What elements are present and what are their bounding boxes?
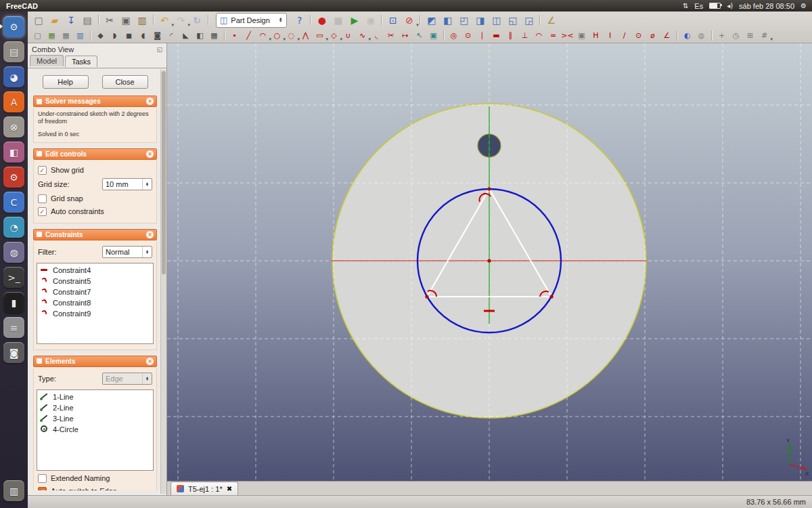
map-sketch-button[interactable]: ▥ — [73, 29, 87, 42]
launcher-trash[interactable]: ▥ — [3, 480, 24, 501]
auto-switch-checkbox[interactable]: Auto-switch to Edge — [38, 486, 152, 490]
view-left-button[interactable]: ◲ — [521, 13, 537, 28]
external-geometry-button[interactable]: ↖ — [412, 29, 426, 42]
element-list-item[interactable]: 3-Line — [39, 413, 152, 424]
view-rear-button[interactable]: ◫ — [489, 13, 505, 28]
launcher-settings-gear[interactable]: ⚙ — [3, 167, 24, 188]
origin-point[interactable] — [487, 259, 491, 262]
elements-header[interactable]: Elements — [33, 356, 157, 367]
tab-tasks[interactable]: Tasks — [65, 56, 97, 67]
create-sketch-button[interactable]: ▦ — [45, 29, 59, 42]
type-combobox[interactable]: Edge ▴▾ — [102, 373, 152, 385]
pocket-button[interactable]: ◼ — [122, 29, 136, 42]
language-indicator[interactable]: Es — [694, 2, 703, 10]
sketch-canvas[interactable]: Y X — [167, 43, 812, 481]
measure-button[interactable]: ∠ — [543, 13, 560, 28]
filter-combobox[interactable]: Normal ▴▾ — [102, 246, 152, 258]
constraint-perpendicular-button[interactable]: ⊥ — [518, 29, 532, 42]
constraint-symmetric-button[interactable]: >< — [560, 29, 574, 42]
sketch-extend-button[interactable]: ↦ — [398, 29, 412, 42]
fillet-button[interactable]: ◜ — [164, 29, 179, 42]
section-close-icon[interactable] — [146, 231, 154, 238]
scrollbar-thumb[interactable] — [162, 71, 166, 274]
draw-style-button[interactable]: ⊘ — [401, 13, 418, 28]
part-body-button[interactable]: ▢ — [30, 29, 45, 42]
clock[interactable]: sáb feb 28 08:50 — [739, 2, 794, 10]
constraint-lock-button[interactable]: ▣ — [574, 29, 589, 42]
combobox-arrows[interactable]: ▴▾ — [142, 247, 152, 257]
macro-debug-button[interactable]: ◉ — [363, 13, 379, 28]
macro-stop-button[interactable]: ■ — [330, 13, 346, 28]
triangle-left-point[interactable] — [425, 295, 428, 298]
mirrored-button[interactable]: ◧ — [193, 29, 207, 42]
session-gear-icon[interactable]: ⚙ — [800, 3, 807, 9]
new-file-button[interactable]: ▢ — [30, 13, 47, 28]
document-tab[interactable]: T5-ej1 : 1* ✖ — [171, 482, 238, 495]
launcher-office[interactable]: ◧ — [3, 142, 24, 163]
revolution-button[interactable]: ◗ — [108, 29, 122, 42]
section-close-icon[interactable] — [146, 358, 154, 365]
spinbox-arrows[interactable]: ▴▾ — [142, 179, 152, 190]
launcher-system-tools[interactable]: ⊗ — [3, 117, 24, 137]
pattern-button[interactable]: ▦ — [207, 29, 221, 42]
constraint-tangent-button[interactable]: ◠ — [532, 29, 546, 42]
redo-button[interactable]: ↷ — [173, 13, 189, 28]
pad-button[interactable]: ◆ — [93, 29, 108, 42]
section-close-icon[interactable] — [146, 150, 154, 158]
grid-settings-button[interactable]: ⊞ — [743, 29, 757, 42]
macro-record-button[interactable]: ● — [314, 13, 330, 28]
constraint-angle-button[interactable]: ∠ — [660, 29, 674, 42]
macro-play-button[interactable]: ▶ — [346, 13, 363, 28]
cut-button[interactable]: ✂ — [102, 13, 118, 28]
constraint-radius-button[interactable]: ⊙ — [631, 29, 646, 42]
launcher-utility[interactable]: ◙ — [3, 342, 24, 363]
whats-this-button[interactable]: ? — [292, 13, 308, 28]
view-top-button[interactable]: ◰ — [456, 13, 472, 28]
launcher-editor[interactable]: ≡ — [3, 317, 24, 338]
launcher-firefox[interactable]: ◕ — [3, 66, 24, 87]
hole-button[interactable]: ◙ — [150, 29, 164, 42]
launcher-freecad[interactable]: ⚙ — [3, 16, 24, 37]
help-button[interactable]: Help — [43, 75, 89, 89]
launcher-app-teal[interactable]: ◔ — [3, 217, 24, 238]
copy-button[interactable]: ▣ — [118, 13, 134, 28]
sketch-trim-button[interactable]: ✂ — [384, 29, 398, 42]
launcher-terminal-dark[interactable]: ▮ — [3, 292, 24, 313]
undo-button[interactable]: ↶ — [156, 13, 173, 28]
chamfer-button[interactable]: ◣ — [179, 29, 193, 42]
groove-button[interactable]: ◖ — [136, 29, 150, 42]
constraint-equal-button[interactable]: = — [546, 29, 560, 42]
constraint-list-item[interactable]: Constraint9 — [39, 308, 152, 319]
undock-icon[interactable]: ◱ — [156, 46, 162, 53]
tab-close-icon[interactable]: ✖ — [227, 485, 232, 492]
sketch-arc-button[interactable]: ◠ — [256, 29, 270, 42]
constraint-vdistance-button[interactable]: I — [603, 29, 617, 42]
zoom-fit-button[interactable]: ⊡ — [385, 13, 401, 28]
view-axonometric-button[interactable]: ◩ — [424, 13, 440, 28]
launcher-chromium[interactable]: C — [3, 192, 24, 213]
auto-constraints-checkbox[interactable]: Auto constraints — [38, 207, 152, 217]
constraints-header[interactable]: Constraints — [33, 229, 157, 240]
edit-sketch-button[interactable]: ▦ — [59, 29, 73, 42]
constraint-hdistance-button[interactable]: H — [589, 29, 603, 42]
constraint-list-item[interactable]: Constraint8 — [39, 297, 152, 308]
sketch-point-button[interactable]: • — [227, 29, 242, 42]
rendering-order-button[interactable]: ◷ — [729, 29, 743, 42]
paste-button[interactable]: ▥ — [134, 13, 150, 28]
sketch-rectangle-button[interactable]: ▭ — [313, 29, 327, 42]
constraint-list-item[interactable]: Constraint5 — [39, 276, 152, 287]
constraint-parallel-button[interactable]: ∥ — [503, 29, 518, 42]
sketch-polygon-button[interactable]: ◇ — [327, 29, 341, 42]
sketch-slot-button[interactable]: ∪ — [341, 29, 355, 42]
view-front-button[interactable]: ◧ — [440, 13, 456, 28]
sketch-line-button[interactable]: ╱ — [242, 29, 256, 42]
constraint-point-on-object-button[interactable]: ⊙ — [461, 29, 475, 42]
battery-icon[interactable] — [709, 3, 721, 9]
keyboard-indicator-icon[interactable]: ⇅ — [683, 3, 688, 9]
print-button[interactable]: ▤ — [79, 13, 95, 28]
workbench-selector[interactable]: ◫ Part Design ▲▼ — [216, 13, 287, 28]
constraints-list[interactable]: Constraint4 Constraint5 Constraint7 Cons… — [37, 263, 154, 344]
panel-scrollbar[interactable] — [160, 70, 166, 494]
element-list-item[interactable]: 2-Line — [39, 402, 152, 413]
elements-list[interactable]: 1-Line 2-Line 3-Line 4-Circle — [37, 389, 154, 471]
